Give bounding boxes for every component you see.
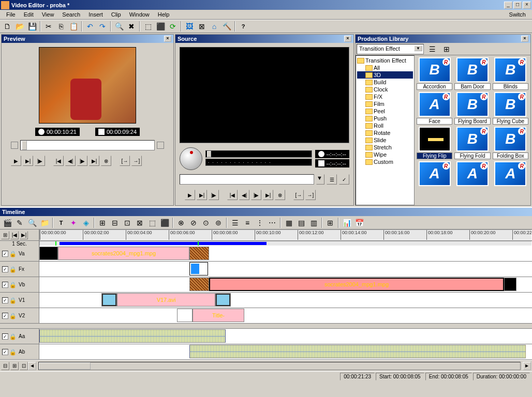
track-body-v2[interactable]: Title- <box>39 308 532 323</box>
scrubber-thumb[interactable] <box>207 151 211 157</box>
menu-file[interactable]: File <box>2 10 20 19</box>
library-item[interactable]: ARFace <box>417 92 452 125</box>
loop-button[interactable]: ⊗ <box>101 156 111 166</box>
menu-help[interactable]: Help <box>154 10 174 19</box>
hammer-icon[interactable]: 🔨 <box>221 21 232 32</box>
mark-out-button[interactable]: →] <box>305 190 316 200</box>
open-icon[interactable]: 📂 <box>14 21 25 32</box>
play-in-button[interactable]: ▶| <box>197 190 207 200</box>
source-scrubber[interactable] <box>205 150 312 158</box>
track-enable-checkbox[interactable]: ✓ <box>2 282 8 288</box>
close-button[interactable]: × <box>523 2 531 9</box>
tool-icon[interactable]: ⊞ <box>97 217 108 228</box>
clip-va-main[interactable]: socrates2004_mpg1.mpg <box>58 247 189 260</box>
clip-audio-ab[interactable] <box>189 345 526 358</box>
track-enable-checkbox[interactable]: ✓ <box>2 333 8 340</box>
menu-insert[interactable]: Insert <box>84 10 107 19</box>
home-icon[interactable]: ⌂ <box>209 21 220 32</box>
tool-icon[interactable]: ⋯ <box>267 217 278 228</box>
track-enable-checkbox[interactable]: ✓ <box>2 266 8 272</box>
tool-icon[interactable]: ⬛ <box>155 21 166 32</box>
ruler-btn[interactable]: ⊞ <box>1 231 9 239</box>
list-view-icon[interactable]: ☰ <box>426 43 438 55</box>
tool-icon[interactable]: ⊙ <box>200 217 212 228</box>
play-button[interactable]: ▶ <box>185 190 195 200</box>
chart-icon[interactable]: 📊 <box>341 217 352 228</box>
save-icon[interactable]: 💾 <box>26 21 38 32</box>
tool-icon[interactable]: ▦ <box>283 217 294 228</box>
library-item[interactable]: AR <box>417 161 452 187</box>
tree-item-all[interactable]: All <box>357 64 413 71</box>
library-item[interactable]: BRBarn Door <box>454 57 490 90</box>
lock-icon[interactable]: 🔒 <box>9 282 16 288</box>
text-icon[interactable]: T <box>55 217 67 228</box>
tree-item-peel[interactable]: Peel <box>357 108 413 115</box>
library-category-dropdown[interactable]: Transition Effect <box>357 44 424 54</box>
tree-item-f-x[interactable]: F/X <box>357 93 413 100</box>
scroll-right-button[interactable]: ▶ <box>523 362 531 370</box>
fx-icon[interactable]: ✦ <box>68 217 79 228</box>
tool-icon[interactable]: ⊠ <box>134 217 145 228</box>
clip-thumb-end[interactable] <box>215 293 231 307</box>
library-tree[interactable]: Transition Effect All3DBuildClockF/XFilm… <box>356 55 415 205</box>
tool-icon[interactable]: ⋮ <box>254 217 265 228</box>
tool-icon[interactable]: ⊡ <box>122 217 133 228</box>
ruler-preview-bar[interactable] <box>39 241 532 246</box>
tree-item-3d[interactable]: 3D <box>357 71 413 79</box>
lock-icon[interactable]: 🔒 <box>9 313 16 319</box>
redo-icon[interactable]: ↷ <box>97 21 108 32</box>
clip-title-thumb[interactable] <box>177 309 193 322</box>
clip-fx-transition[interactable] <box>189 262 208 276</box>
library-close-icon[interactable]: × <box>521 36 528 42</box>
step-fwd-button[interactable]: |▶ <box>77 156 87 166</box>
step-fwd-button[interactable]: |▶ <box>251 190 261 200</box>
clip-pattern[interactable] <box>189 278 209 291</box>
image-icon[interactable]: 🖼 <box>184 21 195 32</box>
menu-view[interactable]: View <box>38 10 58 19</box>
prev-button[interactable]: |◀ <box>53 156 64 166</box>
crossed-icon[interactable]: ⊠ <box>196 21 208 32</box>
lock-icon[interactable]: 🔒 <box>9 333 16 340</box>
minimize-button[interactable]: _ <box>504 2 512 9</box>
menu-search[interactable]: Search <box>58 10 84 19</box>
new-icon[interactable]: 🗋 <box>2 21 13 32</box>
track-body-va[interactable]: socrates2004_mpg1.mpg <box>39 246 532 261</box>
scroll-left-button[interactable]: ◀ <box>28 362 36 370</box>
lock-icon[interactable]: 🔒 <box>9 251 16 257</box>
track-body-fx[interactable] <box>39 262 532 277</box>
tool-icon[interactable]: ▤ <box>295 217 307 228</box>
track-enable-checkbox[interactable]: ✓ <box>2 349 8 355</box>
play-in-button[interactable]: ▶| <box>23 156 33 166</box>
track-body-vb[interactable]: socrates2004_mpg1.mpg <box>39 277 532 292</box>
library-item[interactable]: BRFlying Cube <box>493 92 528 125</box>
tool-icon[interactable]: ▥ <box>308 217 319 228</box>
tool-icon[interactable]: ⊘ <box>188 217 199 228</box>
zoom-btn[interactable]: ⊟ <box>1 362 9 370</box>
copy-icon[interactable]: ⎘ <box>55 21 67 32</box>
clip-black[interactable] <box>504 278 516 291</box>
lock-icon[interactable]: 🔒 <box>9 349 16 355</box>
marker-mid[interactable] <box>198 241 199 246</box>
menu-clip[interactable]: Clip <box>107 10 125 19</box>
tree-item-film[interactable]: Film <box>357 100 413 108</box>
mark-in-button[interactable]: [→ <box>293 190 304 200</box>
slider-end-icon[interactable] <box>157 142 164 149</box>
source-track2[interactable]: · · · · · · · · · · · · · · · <box>205 159 312 166</box>
transition-icon[interactable]: ◈ <box>80 217 92 228</box>
tool-icon[interactable]: ⬚ <box>146 217 158 228</box>
library-item[interactable]: BRFlying Fold <box>454 127 490 159</box>
track-body-aa[interactable] <box>39 329 532 344</box>
menu-edit[interactable]: Edit <box>20 10 38 19</box>
clip-v2-title[interactable]: Title- <box>193 309 244 322</box>
next-button[interactable]: ▶| <box>89 156 99 166</box>
cut-icon[interactable]: ✂ <box>43 21 54 32</box>
play-out-button[interactable]: |▶ <box>209 190 219 200</box>
timeline-ruler[interactable]: 00:00:00:0000:00:02:0000:00:04:0000:00:0… <box>39 230 532 240</box>
zoom-btn[interactable]: ⊞ <box>10 362 19 370</box>
lock-icon[interactable]: 🔒 <box>9 297 16 303</box>
refresh-icon[interactable]: ⟳ <box>167 21 179 32</box>
preview-close-icon[interactable]: × <box>164 36 171 42</box>
library-item[interactable]: BRFlying Board <box>454 92 490 125</box>
clip-v1-main[interactable]: V17.avi <box>117 293 215 307</box>
maximize-button[interactable]: □ <box>513 2 522 9</box>
